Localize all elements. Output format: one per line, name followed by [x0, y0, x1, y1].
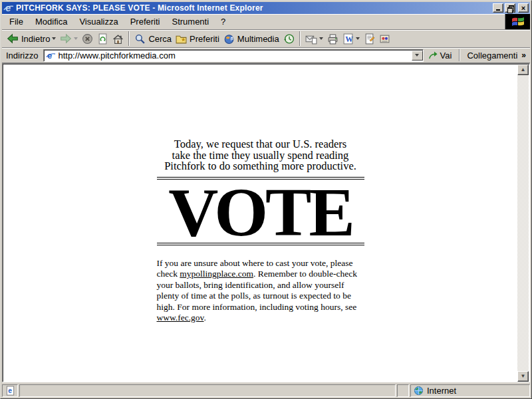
back-label: Indietro — [21, 34, 50, 44]
go-button[interactable]: Vai — [424, 49, 457, 62]
dropdown-caret-icon — [319, 37, 323, 40]
page-body: Today, we request that our U.S. readers … — [3, 65, 517, 382]
intro-text: Today, we request that our U.S. readers … — [157, 139, 364, 172]
home-icon — [112, 33, 124, 45]
forward-arrow-icon — [60, 33, 72, 45]
dropdown-caret-icon — [74, 37, 78, 40]
media-label: Multimedia — [237, 34, 279, 44]
vote-headline: VOTE — [157, 180, 364, 240]
addressbar: Indirizzo e http://www.pitchforkmedia.co… — [2, 48, 530, 63]
media-icon — [223, 33, 235, 45]
history-button[interactable] — [281, 31, 297, 47]
search-label: Cerca — [148, 34, 172, 44]
toolbar-separator — [299, 31, 301, 46]
browser-viewport: Today, we request that our U.S. readers … — [2, 63, 530, 382]
menu-item-modifica[interactable]: Modifica — [29, 15, 73, 28]
stop-button[interactable] — [80, 31, 95, 47]
history-icon — [283, 33, 295, 45]
status-message-panel — [19, 384, 396, 397]
ie-page-icon: e — [46, 51, 56, 61]
intro-line: Pitchfork to do something more productiv… — [157, 161, 364, 172]
close-button[interactable]: × — [518, 3, 529, 13]
restore-button[interactable] — [505, 3, 515, 13]
url-dropdown-button[interactable] — [412, 51, 423, 61]
menu-item-file[interactable]: File — [3, 15, 29, 28]
security-zone-panel: Internet — [410, 384, 530, 397]
toolbar-separator — [459, 49, 460, 61]
vertical-scrollbar[interactable]: ▲ ▼ — [517, 65, 529, 382]
media-button[interactable]: Multimedia — [221, 31, 281, 47]
back-arrow-icon — [7, 33, 19, 45]
go-label: Vai — [440, 51, 452, 61]
scroll-down-icon: ▼ — [521, 374, 526, 379]
discuss-button[interactable] — [377, 31, 392, 47]
links-label: Collegamenti — [467, 51, 517, 61]
svg-text:W: W — [345, 35, 353, 43]
menu-item-visualizza[interactable]: Visualizza — [73, 15, 124, 28]
globe-icon — [414, 386, 424, 396]
address-input[interactable]: e http://www.pitchforkmedia.com — [43, 49, 423, 62]
vote-page: Today, we request that our U.S. readers … — [157, 65, 364, 324]
scroll-up-button[interactable]: ▲ — [517, 65, 529, 75]
url-text: http://www.pitchforkmedia.com — [58, 51, 411, 61]
ie-logo-icon: e — [3, 3, 14, 13]
back-button[interactable]: Indietro — [5, 31, 58, 47]
dropdown-caret-icon — [415, 54, 419, 57]
search-button[interactable]: Cerca — [132, 31, 174, 47]
favorites-folder-icon — [176, 33, 187, 45]
zone-label: Internet — [427, 386, 456, 396]
print-button[interactable] — [325, 31, 340, 47]
menu-item-strumenti[interactable]: Strumenti — [166, 15, 215, 28]
scroll-up-icon: ▲ — [521, 67, 526, 72]
minimize-button[interactable] — [493, 3, 503, 13]
toolbar-separator — [128, 31, 130, 46]
svg-text:e: e — [8, 387, 12, 394]
word-edit-icon: W — [342, 33, 354, 45]
windows-flag-throbber-icon — [505, 14, 530, 29]
minimize-icon — [496, 8, 500, 11]
edit-page-icon — [364, 33, 375, 45]
dropdown-caret-icon — [52, 37, 56, 40]
favorites-label: Preferiti — [190, 34, 219, 44]
mail-icon — [305, 33, 317, 45]
scrollbar-track[interactable] — [517, 75, 529, 371]
edit-page-button[interactable] — [362, 31, 377, 47]
link-mypollingplace[interactable]: mypollingplace.com — [180, 269, 253, 279]
info-paragraph: If you are unsure about where to cast yo… — [157, 258, 364, 324]
dropdown-caret-icon — [356, 37, 360, 40]
menu-item-help[interactable]: ? — [215, 15, 231, 28]
menu-item-preferiti[interactable]: Preferiti — [124, 15, 166, 28]
links-button[interactable]: Collegamenti » — [463, 51, 529, 61]
scroll-down-button[interactable]: ▼ — [517, 371, 529, 382]
close-icon: × — [519, 4, 528, 12]
status-page-panel: e — [2, 384, 18, 397]
refresh-button[interactable] — [95, 31, 110, 47]
word-edit-button[interactable]: W — [340, 31, 362, 47]
menubar: File Modifica Visualizza Preferiti Strum… — [2, 14, 530, 30]
window-title: PITCHFORK SAYS: PLEASE VOTE - Microsoft … — [16, 3, 491, 13]
forward-button[interactable] — [58, 31, 80, 47]
browser-window: e PITCHFORK SAYS: PLEASE VOTE - Microsof… — [0, 0, 532, 399]
paragraph-text: . — [203, 313, 205, 323]
statusbar: e Internet — [2, 382, 530, 397]
search-icon — [134, 33, 146, 45]
page-icon: e — [5, 386, 15, 396]
mail-button[interactable] — [303, 31, 325, 47]
chevron-expand-icon: » — [521, 51, 526, 60]
stop-icon — [82, 33, 93, 45]
titlebar[interactable]: e PITCHFORK SAYS: PLEASE VOTE - Microsof… — [2, 2, 530, 14]
restore-icon — [507, 5, 513, 11]
discuss-icon — [379, 33, 390, 45]
navigation-toolbar: Indietro — [2, 30, 530, 48]
go-arrow-icon — [428, 51, 438, 61]
favorites-button[interactable]: Preferiti — [174, 31, 221, 47]
refresh-icon — [97, 33, 108, 45]
print-icon — [327, 33, 338, 45]
home-button[interactable] — [110, 31, 126, 47]
status-spacer-panel — [397, 384, 409, 397]
link-fec-gov[interactable]: www.fec.gov — [157, 313, 204, 323]
address-label: Indirizzo — [3, 51, 43, 61]
